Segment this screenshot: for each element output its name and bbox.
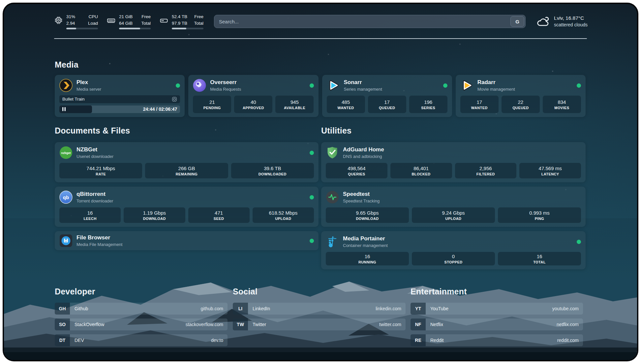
link-abbr: LI (233, 303, 248, 315)
stat-label: FILTERED (476, 172, 495, 176)
link-url: netflix.com (557, 318, 583, 330)
speedtest-card[interactable]: Speedtest Speedtest Tracking 9.65 Gbps D… (321, 187, 586, 227)
cpu-usage-value: 31% (66, 14, 78, 20)
link-abbr: SO (55, 318, 70, 330)
stat-value: 17 (476, 99, 482, 105)
stat-tile: 471 SEED (188, 207, 250, 223)
header-divider (54, 38, 587, 39)
svg-text:nzbget: nzbget (61, 151, 71, 155)
link-row-linkedin[interactable]: LI LinkedIn linkedin.com (233, 303, 406, 315)
stat-tile: 266 GB REMAINING (145, 163, 228, 178)
stat-label: LATENCY (541, 172, 559, 176)
app-name: Sonarr (344, 79, 382, 86)
stat-tile: 39.6 TB DOWNLOADED (231, 163, 314, 178)
sonarr-card[interactable]: Sonarr Series management 485 WANTED 17 Q… (322, 75, 452, 117)
stat-value: 22 (518, 99, 524, 105)
playback-progress-bar: 24:44 / 02:06:47 (59, 106, 180, 113)
status-dot (577, 83, 581, 88)
plex-icon (59, 79, 73, 92)
overseerr-card[interactable]: Overseerr Media Requests 21 PENDING 40 A… (188, 75, 318, 117)
portainer-crane-icon (326, 235, 339, 248)
link-row-youtube[interactable]: YT YouTube youtube.com (411, 303, 583, 315)
stat-tile: 2,956 FILTERED (455, 163, 517, 178)
app-name: NZBGet (76, 146, 113, 153)
link-url: dev.to (211, 334, 228, 346)
section-title-media: Media (55, 60, 78, 70)
section-title-social: Social (233, 287, 258, 296)
link-abbr: DT (55, 334, 70, 346)
stat-value: 39.6 TB (264, 166, 281, 171)
qbittorrent-card[interactable]: qb qBittorrent Torrent downloader 16 LEE… (55, 187, 319, 227)
search-engine-button[interactable]: G (510, 16, 524, 27)
status-dot (176, 83, 180, 88)
disk-free-value: 52.4 TB (172, 14, 188, 20)
app-description: Media File Management (76, 242, 122, 247)
link-row-stackoverflow[interactable]: SO StackOverflow stackoverflow.com (55, 318, 228, 330)
filebrowser-icon (59, 234, 73, 247)
nzbget-card[interactable]: nzbget NZBGet Usenet downloader 744.21 M… (55, 142, 319, 182)
stat-label: APPROVED (243, 106, 264, 110)
stat-label: WANTED (471, 106, 488, 110)
stat-tile: 16 TOTAL (498, 252, 581, 265)
search-input[interactable] (214, 15, 526, 28)
stat-tile: 16 LEECH (59, 207, 121, 223)
stat-tile: 16 RUNNING (326, 252, 409, 265)
filebrowser-card[interactable]: File Browser Media File Management (55, 231, 319, 250)
stat-tile: 0.993 ms PING (498, 207, 581, 223)
stat-label: BLOCKED (412, 172, 431, 176)
stat-value: 17 (384, 99, 390, 105)
radarr-card[interactable]: Radarr Movie management 17 WANTED 22 QUE… (456, 75, 586, 117)
status-dot (310, 239, 314, 243)
app-description: Torrent downloader (76, 198, 113, 204)
stat-label: AVAILABLE (284, 106, 305, 110)
stat-label: QUEUED (512, 106, 529, 110)
app-name: Media Portainer (343, 235, 388, 242)
adguard-shield-icon (326, 146, 339, 159)
cpu-metric: 31% CPU 2.94 Load (54, 14, 98, 29)
disk-progress-track (172, 28, 203, 29)
link-row-github[interactable]: GH Github github.com (55, 303, 228, 315)
stat-label: REMAINING (176, 172, 198, 176)
link-row-dev[interactable]: DT DEV dev.to (55, 334, 228, 346)
link-row-twitter[interactable]: TW Twitter twitter.com (233, 318, 406, 330)
stat-value: 86,401 (413, 166, 429, 171)
app-description: Series management (344, 87, 382, 92)
stat-tile: 1.19 Gbps DOWNLOAD (124, 207, 185, 223)
stat-tile: 22 QUEUED (502, 96, 540, 113)
app-name: Speedtest (343, 191, 380, 197)
disk-total-label: Total (194, 20, 203, 26)
cpu-load-label: Load (84, 20, 98, 26)
cpu-progress-track (66, 28, 98, 29)
cpu-progress-fill (66, 28, 76, 29)
search-bar: G (214, 15, 526, 28)
app-name: File Browser (76, 234, 122, 241)
app-description: Media server (76, 87, 101, 92)
link-abbr: NF (411, 318, 426, 330)
stat-value: 498,564 (348, 166, 365, 171)
link-abbr: RE (411, 334, 426, 346)
stat-label: DOWNLOAD (356, 217, 379, 221)
stat-value: 945 (290, 99, 299, 105)
now-playing-icon[interactable] (172, 97, 177, 102)
link-row-reddit[interactable]: RE Reddit reddit.com (411, 334, 583, 346)
memory-total-label: Total (140, 20, 151, 26)
app-name: qBittorrent (76, 191, 113, 197)
status-dot (577, 240, 581, 244)
link-name: Github (70, 303, 88, 315)
nzbget-icon: nzbget (59, 146, 73, 159)
stat-value: 266 GB (178, 166, 195, 171)
stat-tile: 17 QUEUED (368, 96, 406, 113)
stat-label: RATE (96, 172, 106, 176)
weather-location-temp: Lviv, 16.87°C (554, 15, 588, 22)
stat-tile: 9.65 Gbps DOWNLOAD (326, 207, 409, 223)
cpu-chip-icon (54, 16, 63, 25)
link-row-netflix[interactable]: NF Netflix netflix.com (411, 318, 583, 330)
stat-label: UPLOAD (445, 217, 462, 221)
stat-value: 485 (342, 99, 350, 105)
adguard-card[interactable]: AdGuard Home DNS and adblocking 498,564 … (321, 142, 586, 182)
now-playing-row: Bullet Train (59, 95, 180, 103)
memory-free-label: Free (140, 14, 151, 20)
portainer-card[interactable]: Media Portainer Container management 16 … (321, 231, 586, 269)
stat-value: 834 (558, 99, 566, 105)
plex-card[interactable]: Plex Media server Bullet Train (55, 75, 185, 117)
